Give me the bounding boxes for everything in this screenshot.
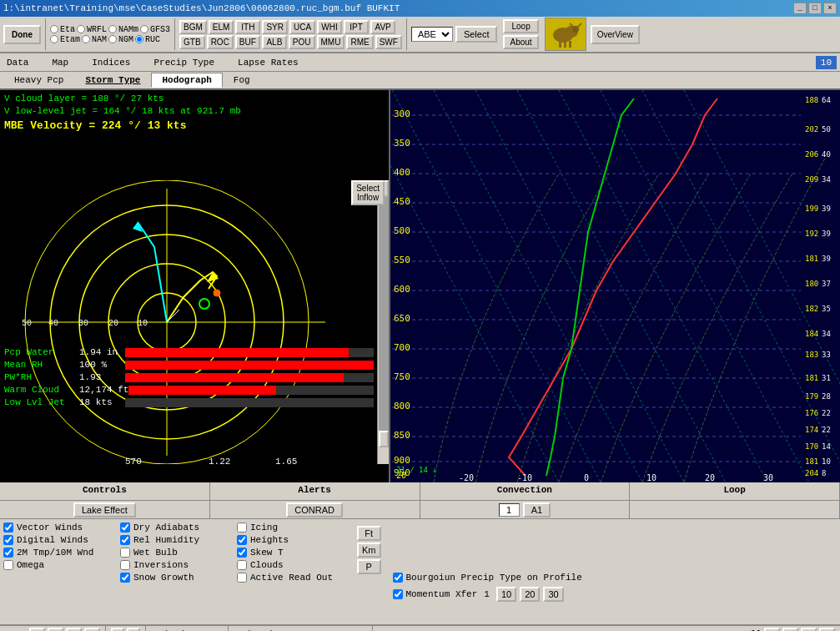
- nav-left-button[interactable]: ◄: [111, 628, 124, 631]
- skew-t-checkbox[interactable]: [237, 548, 247, 558]
- svg-text:40: 40: [48, 319, 58, 328]
- main-content: V cloud layer = 188 °/ 27 kts V low-leve…: [0, 90, 840, 482]
- save-c-button[interactable]: C: [66, 628, 82, 632]
- tab-lapse-rates[interactable]: Lapse Rates: [234, 56, 302, 69]
- minimize-btn[interactable]: _: [793, 3, 807, 14]
- recall-20-button[interactable]: 20: [520, 587, 540, 602]
- tab-storm-type[interactable]: Storm Type: [74, 73, 151, 88]
- recall-10-button[interactable]: 10: [496, 587, 516, 602]
- heights-checkbox[interactable]: [237, 535, 247, 545]
- pw-rh-value: 1.93: [79, 372, 125, 382]
- loop-button[interactable]: Loop: [503, 19, 538, 33]
- overview-button[interactable]: OverView: [591, 25, 640, 44]
- p-button[interactable]: P: [357, 559, 381, 574]
- omega-checkbox[interactable]: [3, 560, 13, 570]
- recall-30-button[interactable]: 30: [543, 587, 563, 602]
- tab-map[interactable]: Map: [48, 56, 72, 69]
- svg-text:30: 30: [763, 473, 773, 482]
- clouds-checkbox[interactable]: [237, 560, 247, 570]
- mbe-velocity-text: MBE Velocity = 224 °/ 13 kts: [4, 119, 385, 134]
- buf-btn[interactable]: BUF: [235, 35, 260, 49]
- save-d-button[interactable]: D: [84, 628, 100, 632]
- tab-hodograph[interactable]: Hodograph: [151, 73, 222, 88]
- station-dropdown[interactable]: ABE: [411, 27, 453, 42]
- vector-winds-checkbox[interactable]: [3, 522, 13, 533]
- maximize-btn[interactable]: □: [808, 3, 822, 14]
- convection-num-input[interactable]: [499, 503, 520, 517]
- ngm-radio[interactable]: [108, 35, 117, 43]
- svg-text:300: 300: [394, 109, 410, 119]
- tab-data[interactable]: Data: [3, 56, 32, 69]
- svg-text:0: 0: [584, 473, 589, 482]
- alb-btn[interactable]: ALB: [262, 35, 287, 49]
- done-button[interactable]: Done: [3, 25, 41, 44]
- swf-btn[interactable]: SWF: [375, 35, 402, 49]
- km-button[interactable]: Km: [357, 543, 381, 558]
- pou-btn[interactable]: POU: [289, 35, 315, 49]
- recall-b-button[interactable]: B: [782, 628, 798, 632]
- etam-radio[interactable]: [50, 35, 58, 43]
- svg-text:209: 209: [805, 175, 818, 184]
- namm-label: NAMm: [118, 25, 138, 34]
- svg-text:10: 10: [646, 473, 656, 482]
- tab-fog[interactable]: Fog: [223, 73, 261, 88]
- mmu-btn[interactable]: MMU: [317, 35, 345, 49]
- tab-heavy-pcp[interactable]: Heavy Pcp: [3, 73, 74, 88]
- scrollbar[interactable]: [377, 180, 389, 464]
- namm-radio[interactable]: [108, 25, 117, 33]
- tab-indices[interactable]: Indices: [88, 56, 133, 69]
- vector-winds-label: Vector Winds: [17, 522, 83, 533]
- ipt-btn[interactable]: IPT: [344, 20, 369, 34]
- recall-d-button[interactable]: D: [819, 628, 835, 632]
- close-btn[interactable]: ×: [823, 3, 837, 14]
- svg-text:900: 900: [394, 455, 410, 466]
- svg-point-23: [214, 290, 220, 296]
- dry-adiabats-checkbox[interactable]: [120, 522, 130, 533]
- uca-btn[interactable]: UCA: [289, 20, 315, 34]
- gtb-btn[interactable]: GTB: [179, 35, 205, 49]
- recall-c-button[interactable]: C: [801, 628, 817, 632]
- svg-text:20: 20: [108, 319, 118, 328]
- momentum-xfer-checkbox[interactable]: [393, 589, 403, 599]
- about-button[interactable]: About: [503, 35, 538, 49]
- conrad-button[interactable]: CONRAD: [286, 502, 343, 517]
- tab-precip-type[interactable]: Precip Type: [150, 56, 218, 69]
- svg-line-46: [559, 90, 767, 482]
- nam-radio[interactable]: [82, 35, 90, 43]
- roc-btn[interactable]: ROC: [207, 35, 234, 49]
- gfs3-radio[interactable]: [140, 25, 148, 33]
- eta-radio[interactable]: [50, 25, 58, 33]
- whi-btn[interactable]: WHI: [317, 20, 342, 34]
- select-inflow-button[interactable]: SelectInflow: [351, 180, 385, 205]
- icing-checkbox[interactable]: [237, 522, 247, 533]
- rme-btn[interactable]: RME: [346, 35, 373, 49]
- controls-header: Controls Alerts Convection Loop: [0, 482, 840, 501]
- bourgoiun-checkbox[interactable]: [393, 573, 403, 583]
- wrfl-radio[interactable]: [77, 25, 85, 33]
- recall-a-button[interactable]: A: [764, 628, 780, 632]
- save-a-button[interactable]: A: [29, 628, 45, 632]
- avp-btn[interactable]: AVP: [370, 20, 395, 34]
- loop-sub-item: [630, 501, 840, 518]
- ruc-radio[interactable]: [135, 35, 143, 43]
- nav-right-button[interactable]: ►: [127, 628, 140, 631]
- ith-btn[interactable]: ITH: [235, 20, 260, 34]
- rel-humidity-checkbox[interactable]: [120, 535, 130, 545]
- 2m-tmp-checkbox[interactable]: [3, 548, 13, 558]
- elm-btn[interactable]: ELM: [209, 20, 234, 34]
- syr-btn[interactable]: SYR: [262, 20, 288, 34]
- sep2: [174, 18, 175, 50]
- svg-text:183: 183: [805, 351, 818, 359]
- bgm-btn[interactable]: BGM: [179, 20, 207, 34]
- inversions-checkbox[interactable]: [120, 560, 130, 570]
- a1-button[interactable]: A1: [523, 502, 551, 517]
- wet-bulb-checkbox[interactable]: [120, 548, 130, 558]
- tab-row-1: Data Map Indices Precip Type Lapse Rates…: [0, 53, 840, 72]
- digital-winds-checkbox[interactable]: [3, 535, 13, 545]
- snow-growth-checkbox[interactable]: [120, 573, 130, 583]
- active-read-out-checkbox[interactable]: [237, 573, 247, 583]
- save-b-button[interactable]: B: [48, 628, 63, 632]
- ft-button[interactable]: Ft: [357, 526, 381, 541]
- select-button[interactable]: Select: [455, 26, 498, 43]
- lake-effect-button[interactable]: Lake Effect: [73, 502, 136, 517]
